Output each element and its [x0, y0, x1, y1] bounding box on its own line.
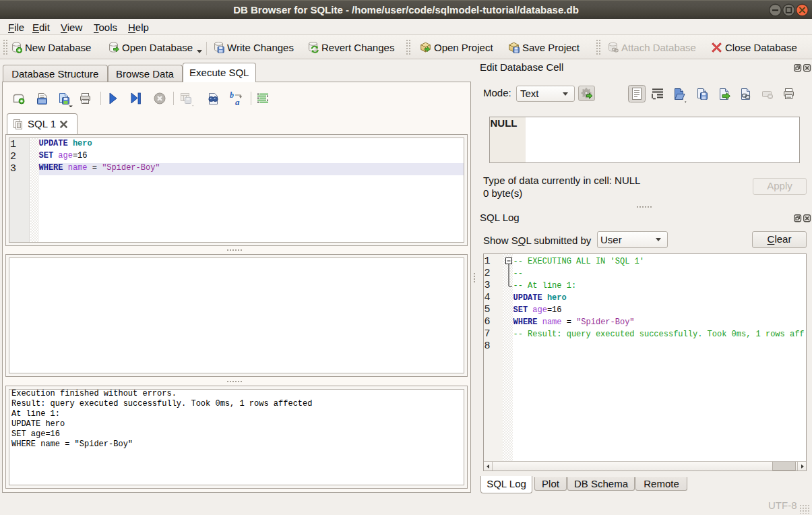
svg-text:b: b [230, 90, 234, 100]
svg-text:a: a [235, 97, 240, 107]
